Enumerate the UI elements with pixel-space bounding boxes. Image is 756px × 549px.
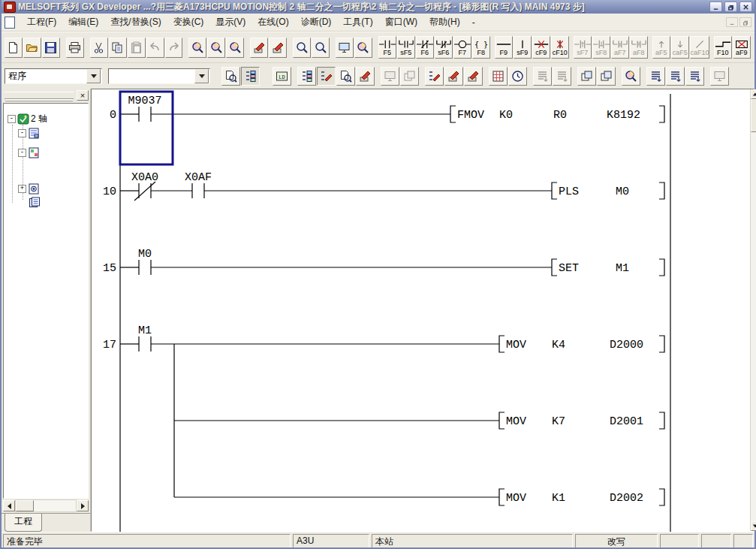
cross-reference-button[interactable] xyxy=(312,38,330,58)
menu-help[interactable]: 帮助(H) xyxy=(423,14,466,31)
rising-pulse-button[interactable]: sF7 xyxy=(574,36,592,59)
open-contact-button[interactable]: F5 xyxy=(378,36,396,59)
copy-button[interactable] xyxy=(109,38,127,58)
menu-view[interactable]: 显示(V) xyxy=(209,14,251,31)
save-project-button[interactable] xyxy=(42,38,60,58)
panel-close-button[interactable]: × xyxy=(77,90,89,101)
closed-contact-button[interactable]: F6 xyxy=(416,36,434,59)
scan-list-1-button[interactable] xyxy=(646,67,665,86)
scroll-left-button[interactable] xyxy=(3,500,15,511)
mdi-restore-button[interactable] xyxy=(739,17,751,27)
minimize-button[interactable] xyxy=(709,2,722,12)
redo-button[interactable] xyxy=(165,38,183,58)
cut-button[interactable] xyxy=(90,38,108,58)
find-device-button[interactable] xyxy=(188,38,206,58)
scroll-track[interactable] xyxy=(751,99,756,521)
combo-dropdown-icon[interactable] xyxy=(194,69,209,83)
falling-pulse-op-button[interactable]: caF5 xyxy=(671,36,689,59)
zoom-find-button[interactable] xyxy=(293,38,311,58)
options-button[interactable] xyxy=(710,67,729,86)
find-contact-coil-button[interactable] xyxy=(207,38,225,58)
open-branch-button[interactable]: sF5 xyxy=(397,36,415,59)
falling-pulse-button[interactable]: sF8 xyxy=(592,36,610,59)
device-replace-button[interactable] xyxy=(250,38,268,58)
vertical-line-button[interactable]: sF9 xyxy=(514,36,532,59)
menu-diagnostics[interactable]: 诊断(D) xyxy=(295,14,338,31)
scroll-down-button[interactable] xyxy=(751,521,756,531)
expand-icon[interactable]: + xyxy=(18,185,26,193)
ladder-vertical-scrollbar[interactable] xyxy=(750,89,756,531)
monitor-start-button[interactable] xyxy=(533,67,552,86)
mdi-child-icon[interactable] xyxy=(5,17,15,29)
data-name-combobox[interactable] xyxy=(108,68,210,84)
scroll-right-button[interactable] xyxy=(77,500,89,511)
monitor-stop-button[interactable] xyxy=(553,67,571,86)
undo-button[interactable] xyxy=(146,38,164,58)
new-project-button[interactable] xyxy=(5,38,23,58)
device-list-monitor-button[interactable] xyxy=(354,38,372,58)
tab-project[interactable]: 工程 xyxy=(5,514,42,532)
falling-pulse-branch-button[interactable]: aF8 xyxy=(630,36,648,59)
monitor-write-mode-button[interactable] xyxy=(356,67,375,86)
collapse-icon[interactable]: - xyxy=(8,115,16,123)
clock-setting-button[interactable] xyxy=(508,67,527,86)
rising-pulse-op-button[interactable]: aF5 xyxy=(652,36,670,59)
paste-button[interactable] xyxy=(128,38,146,58)
scan-list-3-button[interactable] xyxy=(685,67,704,86)
scroll-thumb[interactable] xyxy=(16,500,34,511)
branch-line-button[interactable]: F10 xyxy=(714,36,732,59)
scan-list-2-button[interactable] xyxy=(666,67,685,86)
menu-online[interactable]: 在线(O) xyxy=(251,14,294,31)
tree-node-device-comment[interactable]: - xyxy=(18,147,40,158)
ladder-logic-test-button[interactable] xyxy=(273,67,291,86)
menu-project[interactable]: 工程(F) xyxy=(21,14,62,31)
read-mode-button[interactable] xyxy=(297,67,316,86)
tree-node-program[interactable]: - xyxy=(18,128,40,139)
tree-horizontal-scrollbar[interactable] xyxy=(3,499,89,512)
menu-convert[interactable]: 变换(C) xyxy=(167,14,210,31)
project-data-list-toggle[interactable] xyxy=(241,67,260,86)
comment-edit-button[interactable] xyxy=(425,67,444,86)
application-instruction-button[interactable]: F8 xyxy=(472,36,490,59)
comment-display-button[interactable] xyxy=(381,67,399,86)
coil-button[interactable]: F7 xyxy=(453,36,471,59)
statement-edit-button[interactable] xyxy=(444,67,463,86)
string-replace-button[interactable] xyxy=(269,38,287,58)
mdi-minimize-button[interactable] xyxy=(726,17,738,27)
delete-horizontal-line-button[interactable]: cF9 xyxy=(532,36,550,59)
tree-node-device-memory[interactable] xyxy=(29,197,41,208)
entry-data-monitor-button[interactable] xyxy=(622,67,640,86)
cascade-windows-button[interactable] xyxy=(577,67,596,86)
panel-grip-handle[interactable] xyxy=(5,92,74,99)
scroll-track[interactable] xyxy=(15,499,77,512)
collapse-icon[interactable]: - xyxy=(18,129,26,137)
find-string-button[interactable] xyxy=(226,38,244,58)
delete-vertical-line-button[interactable]: cF10 xyxy=(551,36,569,59)
data-kind-combobox[interactable]: 程序 xyxy=(5,68,102,84)
menu-find-replace[interactable]: 查找/替换(S) xyxy=(104,14,167,31)
monitor-mode-button[interactable] xyxy=(336,67,355,86)
menu-window[interactable]: 窗口(W) xyxy=(379,14,423,31)
monitor-window-button[interactable] xyxy=(336,38,354,58)
closed-branch-button[interactable]: sF6 xyxy=(435,36,453,59)
scroll-up-button[interactable] xyxy=(751,89,756,99)
tree-node-project-root[interactable]: - 2 轴 xyxy=(8,113,47,125)
combo-dropdown-icon[interactable] xyxy=(86,69,101,83)
device-batch-monitor-button[interactable] xyxy=(489,67,508,86)
menu-edit[interactable]: 编辑(E) xyxy=(62,14,104,31)
tile-windows-button[interactable] xyxy=(597,67,616,86)
statement-display-button[interactable] xyxy=(400,67,419,86)
tree-node-parameter[interactable]: + xyxy=(18,183,40,195)
invert-op-button[interactable]: caF10 xyxy=(690,36,709,59)
write-mode-button[interactable] xyxy=(317,67,336,86)
ladder-diagram[interactable]: 0 M9037 FMOV K0 R0 K8192 10 xyxy=(92,89,750,543)
scroll-thumb[interactable] xyxy=(751,99,756,132)
ladder-editor[interactable]: 0 M9037 FMOV K0 R0 K8192 10 xyxy=(91,89,754,532)
open-project-button[interactable] xyxy=(23,38,41,58)
delete-rung-button[interactable]: aF9 xyxy=(733,36,751,59)
menu-tools[interactable]: 工具(T) xyxy=(337,14,378,31)
print-button[interactable] xyxy=(66,38,84,58)
collapse-icon[interactable]: - xyxy=(18,149,26,157)
horizontal-line-button[interactable]: F9 xyxy=(495,36,513,59)
parameter-find-button[interactable] xyxy=(221,67,240,86)
